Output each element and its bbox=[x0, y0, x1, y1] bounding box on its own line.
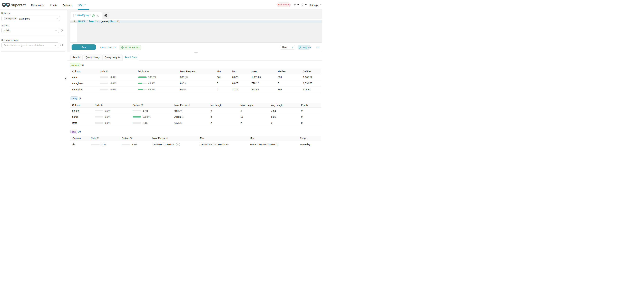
svg-text:Superset: Superset bbox=[11, 3, 26, 7]
